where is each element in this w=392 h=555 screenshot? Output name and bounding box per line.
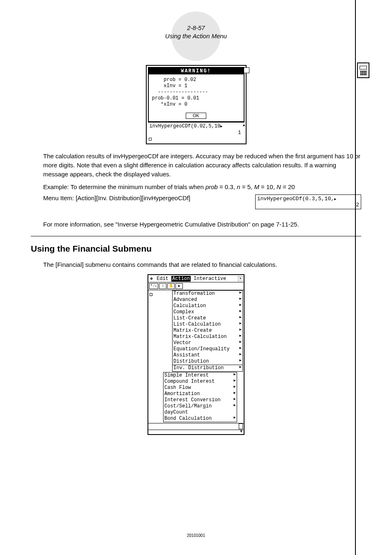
- menubar-close-icon: ✕: [238, 276, 243, 281]
- financial-menu-item: dayCount: [164, 409, 237, 416]
- footer-date: 20101001: [0, 533, 392, 538]
- action-submenu: Transformation▶Advanced▶Calculation▶Comp…: [172, 290, 243, 372]
- tool-icon-2: ↕: [159, 283, 166, 289]
- ok-button: OK: [186, 113, 206, 119]
- action-menu-item: Matrix-Create▶: [173, 328, 242, 334]
- financial-menu-item: Cash Flow▶: [164, 385, 237, 391]
- warning-title: WARNING!: [181, 68, 211, 74]
- tool-icon-4: ▶: [175, 283, 183, 289]
- calculator-tab-icon: [357, 62, 369, 78]
- page-number: 2-8-57: [31, 24, 361, 32]
- action-menu-item: Equation/Inequality▶: [173, 346, 242, 352]
- menu-edit: Edit: [156, 276, 169, 282]
- financial-menu-item: Cost/Sell/Margin▶: [164, 403, 237, 409]
- financial-submenu: Simple Interest▶Compound Interest▶Cash F…: [163, 372, 237, 422]
- financial-menu-item: Compound Interest▶: [164, 379, 237, 385]
- page-header: 2-8-57 Using the Action Menu: [31, 12, 361, 44]
- financial-menu-item: Simple Interest▶: [164, 372, 237, 379]
- divider: [31, 236, 361, 236]
- action-menu-item: Matrix-Calculation▶: [173, 334, 242, 340]
- menubar: ❖ Edit Action Interactive ✕: [148, 275, 244, 282]
- subsection-heading: Using the Financial Submenu: [31, 244, 361, 254]
- action-menu-item: Distribution▶: [173, 358, 242, 365]
- action-menu-item: Vector▶: [173, 340, 242, 346]
- action-menu-item: Transformation▶: [173, 291, 242, 297]
- action-menu-item: Calculation▶: [173, 303, 242, 309]
- calc-expression: invHypergeoCDf(0.02,5,10▶ ▲: [148, 122, 244, 130]
- scrollbar: [148, 423, 244, 430]
- warning-dialog-screenshot: WARNING! ✕ prob = 0.02 xInv = 1 --------…: [146, 65, 247, 144]
- body-paragraph-1: The calculation results of invHypergeoCD…: [43, 152, 361, 178]
- action-menu-item: Complex▶: [173, 309, 242, 315]
- financial-menu-item: Interest Conversion▶: [164, 397, 237, 403]
- close-icon: ✕: [244, 67, 249, 73]
- menu-hat-icon: ❖: [149, 275, 154, 282]
- toolbar: ⁰⁄₅ ↕ ✋ ▶: [148, 282, 244, 290]
- scroll-down-icon: ▼: [148, 430, 244, 434]
- menu-interactive: Interactive: [193, 276, 227, 282]
- action-menu-item: Assistant▶: [173, 352, 242, 358]
- action-menu-item: List-Create▶: [173, 315, 242, 321]
- menu-screenshot: ❖ Edit Action Interactive ✕ ⁰⁄₅ ↕ ✋ ▶ Tr…: [148, 274, 244, 435]
- tool-icon-3: ✋: [167, 283, 175, 289]
- example-line: Example: To determine the minimum number…: [43, 183, 361, 190]
- action-menu-item: Inv. Distribution▶: [173, 365, 242, 371]
- section-title: Using the Action Menu: [31, 32, 361, 40]
- inline-calc-screenshot: invHypergeoCDf(0.3,5,10,▶ 2: [255, 194, 361, 209]
- cursor-icon: [149, 138, 152, 141]
- body-paragraph-2: The [Financial] submenu contains command…: [43, 260, 361, 269]
- action-menu-item: Advanced▶: [173, 297, 242, 303]
- tool-icon-1: ⁰⁄₅: [149, 283, 158, 289]
- warning-body: prob = 0.02 xInv = 1 ----------------- p…: [149, 74, 244, 111]
- menu-item-path: Menu Item: [Action][Inv. Distribution][i…: [43, 194, 190, 201]
- financial-menu-item: Bond Calculation▶: [164, 416, 237, 422]
- action-menu-item: List-Calculation▶: [173, 321, 242, 328]
- financial-menu-item: Amortization▶: [164, 391, 237, 397]
- info-reference: For more information, see "Inverse Hyper…: [43, 221, 361, 228]
- menu-action: Action: [171, 276, 191, 282]
- calc-result: 1: [148, 130, 244, 136]
- cursor-box: [150, 292, 152, 298]
